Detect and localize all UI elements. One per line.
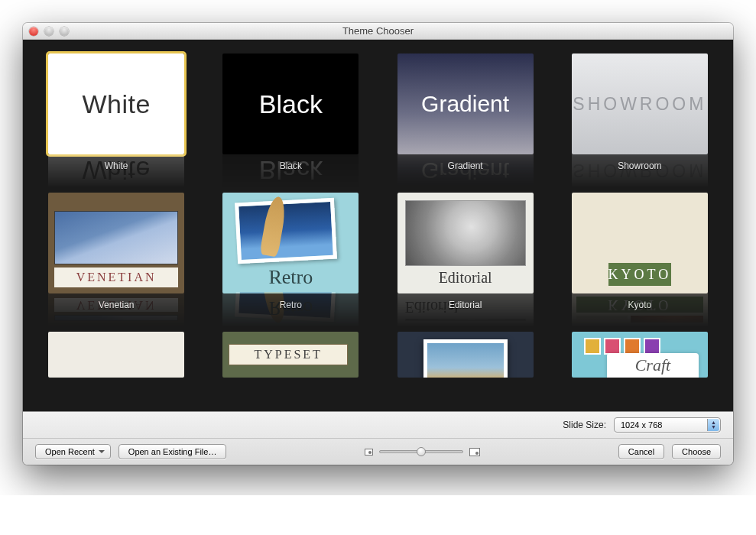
theme-thumb-text: Black: [259, 89, 323, 119]
slide-size-value: 1024 x 768: [621, 420, 662, 430]
theme-label: Editorial: [449, 300, 482, 310]
theme-gradient[interactable]: Gradient Gradient Gradient: [394, 54, 537, 188]
theme-kyoto[interactable]: KYOTO Kyoto KYOTO: [568, 193, 712, 327]
theme-black[interactable]: Black Black Black: [219, 54, 362, 188]
theme-retro[interactable]: Retro Retro Retro: [219, 193, 362, 327]
theme-showroom[interactable]: SHOWROOM Showroom SHOWROOM: [568, 54, 712, 188]
open-recent-button[interactable]: Open Recent: [35, 444, 111, 459]
zoom-icon[interactable]: [60, 27, 69, 36]
cancel-button[interactable]: Cancel: [618, 444, 664, 459]
theme-label: Kyoto: [628, 300, 652, 310]
theme-label: Gradient: [448, 160, 483, 171]
slide-size-label: Slide Size:: [563, 420, 606, 430]
large-thumb-icon: [469, 448, 480, 456]
theme-thumb-text: White: [82, 89, 150, 119]
theme-label: White: [105, 160, 128, 171]
small-thumb-icon: [365, 449, 373, 456]
titlebar: Theme Chooser: [23, 23, 733, 40]
open-existing-file-button[interactable]: Open an Existing File…: [118, 444, 227, 459]
theme-label: Venetian: [99, 300, 135, 310]
thumbnail-size-control: [365, 448, 480, 456]
theme-thumb-text: VENETIAN: [54, 268, 178, 287]
theme-white[interactable]: White White White: [44, 54, 188, 188]
stepper-arrows-icon: ▲▼: [707, 419, 719, 431]
theme-thumb-text: Editorial: [439, 269, 492, 287]
theme-label: Retro: [280, 300, 302, 310]
choose-button[interactable]: Choose: [672, 444, 721, 459]
theme-thumb-text: Craft: [607, 353, 699, 378]
minimize-icon[interactable]: [44, 27, 54, 36]
theme-thumb-text: Gradient: [421, 91, 509, 117]
close-icon[interactable]: [29, 27, 38, 36]
theme-label: Showroom: [618, 160, 661, 171]
theme-thumb-text: TYPESET: [229, 344, 348, 365]
theme-venetian[interactable]: VENETIAN Venetian VENETIAN: [44, 193, 188, 327]
theme-partial[interactable]: [44, 332, 188, 378]
window-controls: [29, 27, 69, 36]
theme-thumb-text: KYOTO: [608, 263, 672, 286]
footer: Slide Size: 1024 x 768 ▲▼ Open Recent Op…: [23, 411, 733, 465]
theme-craft[interactable]: Craft: [568, 332, 712, 378]
thumbnail-size-slider[interactable]: [379, 450, 463, 453]
theme-partial[interactable]: [394, 332, 537, 378]
theme-typeset[interactable]: TYPESET: [219, 332, 362, 378]
slider-knob[interactable]: [417, 447, 426, 456]
theme-chooser-window: Theme Chooser White White White Black Bl…: [23, 23, 733, 465]
theme-thumb-text: Retro: [222, 266, 359, 289]
theme-gallery[interactable]: White White White Black Black Black Grad…: [23, 40, 733, 411]
theme-editorial[interactable]: Editorial Editorial Editorial: [394, 193, 537, 327]
theme-label: Black: [280, 160, 302, 171]
slide-size-select[interactable]: 1024 x 768 ▲▼: [614, 417, 721, 433]
theme-thumb-text: SHOWROOM: [573, 94, 706, 115]
window-title: Theme Chooser: [23, 25, 733, 37]
